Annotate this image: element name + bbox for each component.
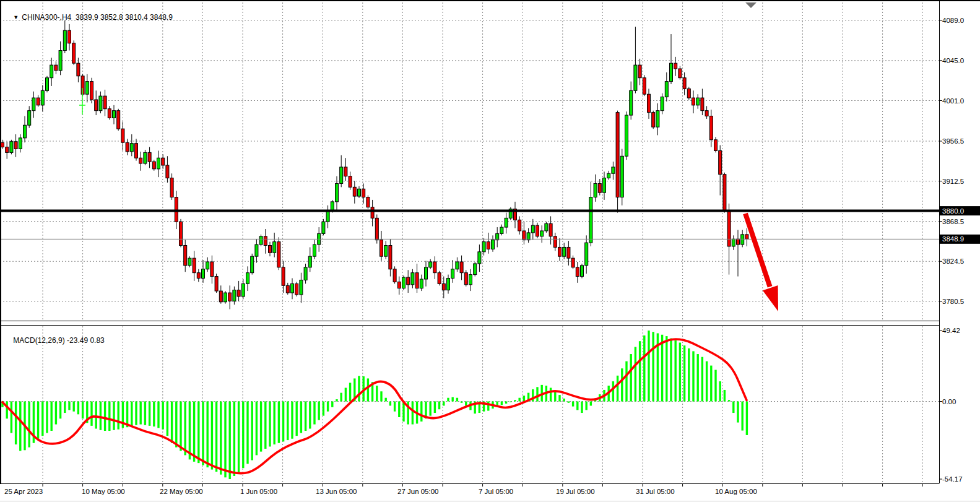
candle-body: [6, 147, 9, 153]
macd-histogram-bar: [510, 402, 511, 402]
candle-body: [264, 236, 267, 246]
candle-body: [567, 247, 570, 258]
candle-body: [144, 152, 147, 163]
candle-body: [32, 98, 35, 111]
macd-histogram-bar: [550, 387, 552, 401]
candle-body: [683, 78, 686, 89]
macd-histogram-bar: [563, 399, 565, 402]
macd-histogram-bar: [46, 402, 48, 433]
candle-body: [336, 183, 339, 201]
macd-histogram-bar: [514, 400, 516, 401]
candle-body: [255, 245, 258, 256]
macd-histogram-bar: [131, 402, 132, 427]
macd-histogram-bar: [617, 376, 618, 402]
price-axis-label: 3912.5: [942, 178, 964, 185]
macd-histogram-bar: [291, 402, 293, 439]
candle-body: [478, 252, 481, 264]
candle-body: [210, 262, 214, 277]
macd-histogram-bar: [229, 402, 231, 480]
candle-body: [113, 111, 116, 118]
candle-body: [286, 285, 289, 293]
candle-body: [531, 225, 534, 233]
macd-histogram-bar: [572, 402, 574, 407]
macd-histogram-bar: [670, 339, 672, 402]
time-axis-label: 19 Jul 05:00: [556, 488, 595, 495]
candle-body: [362, 189, 365, 197]
candle-body: [719, 150, 722, 174]
candle-body: [661, 97, 664, 111]
candle-body: [612, 167, 615, 173]
macd-histogram-bar: [367, 378, 369, 401]
macd-histogram-bar: [59, 402, 61, 419]
macd-histogram-bar: [287, 402, 288, 441]
macd-histogram-bar: [635, 347, 636, 401]
candle-body: [10, 142, 13, 153]
macd-histogram-bar: [625, 361, 627, 402]
macd-histogram-bar: [6, 402, 8, 419]
macd-histogram-bar: [90, 402, 92, 426]
candle-body: [50, 65, 53, 78]
candle-body: [737, 239, 740, 245]
candle-body: [518, 220, 521, 231]
macd-histogram-bar: [420, 402, 422, 422]
candle-body: [696, 98, 700, 105]
candle-body: [705, 111, 708, 116]
macd-histogram-bar: [394, 402, 396, 412]
ohlc-close: 3848.9: [150, 13, 173, 22]
macd-histogram-bar: [269, 402, 271, 447]
candle-body: [474, 264, 477, 275]
time-axis-label: 22 May 05:00: [160, 488, 203, 495]
window-left-border: [0, 0, 1, 483]
candle-body: [14, 142, 17, 149]
macd-histogram-bar: [688, 348, 690, 402]
macd-histogram-bar: [157, 402, 159, 428]
macd-axis-label: 49.42: [942, 327, 960, 334]
macd-histogram-bar: [621, 368, 623, 401]
macd-histogram-bar: [73, 402, 75, 412]
candle-body: [442, 283, 445, 290]
price-chart-canvas[interactable]: 4089.04045.04001.03956.53912.53868.53824…: [0, 0, 980, 502]
macd-histogram-bar: [19, 402, 21, 451]
macd-histogram-bar: [706, 361, 708, 402]
candle-body: [184, 246, 187, 266]
candle-body: [558, 247, 562, 256]
price-axis-label: 3780.5: [942, 298, 964, 305]
candle-body: [117, 111, 120, 129]
macd-histogram-bar: [389, 402, 391, 406]
candle-body: [589, 197, 592, 243]
macd-histogram-bar: [710, 366, 712, 402]
macd-histogram-bar: [202, 402, 204, 465]
macd-histogram-bar: [113, 402, 115, 430]
candle-body: [233, 290, 236, 301]
candle-body: [393, 269, 396, 282]
macd-histogram-bar: [412, 402, 414, 425]
macd-histogram-bar: [434, 402, 436, 413]
candle-body: [90, 82, 93, 100]
macd-histogram-bar: [100, 402, 102, 430]
trading-chart-window[interactable]: 4089.04045.04001.03956.53912.53868.53824…: [0, 0, 980, 502]
macd-histogram-bar: [558, 395, 560, 401]
candle-body: [389, 246, 392, 269]
candle-body: [228, 293, 232, 301]
macd-histogram-bar: [519, 398, 521, 402]
candle-body: [674, 63, 677, 69]
candle-body: [121, 129, 124, 142]
macd-histogram-bar: [167, 402, 168, 436]
macd-histogram-bar: [653, 332, 654, 401]
price-axis-label: 3956.5: [942, 137, 964, 145]
candle-body: [727, 211, 731, 246]
macd-histogram-bar: [15, 402, 17, 445]
macd-histogram-bar: [55, 402, 57, 425]
macd-histogram-bar: [737, 402, 739, 423]
candle-body: [540, 231, 544, 236]
macd-histogram-bar: [171, 402, 173, 443]
macd-histogram-bar: [376, 386, 378, 401]
time-axis-label: 10 Aug 05:00: [715, 488, 757, 495]
macd-axis-label: 0.00: [942, 398, 956, 405]
macd-histogram-bar: [11, 402, 12, 433]
macd-histogram-bar: [443, 402, 444, 406]
candle-body: [139, 158, 142, 163]
macd-histogram-bar: [318, 402, 320, 420]
candle-body: [54, 65, 58, 71]
candle-body: [643, 78, 646, 94]
